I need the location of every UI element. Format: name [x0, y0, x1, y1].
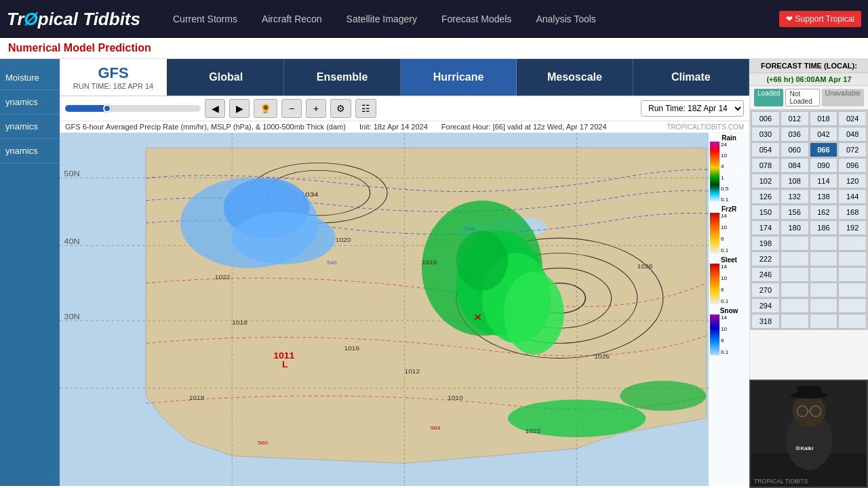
zoom-out-button[interactable]: − [281, 99, 302, 118]
time-cell-090[interactable]: 090 [810, 158, 838, 173]
rain-val-01: 0.1 [721, 197, 728, 203]
snow-val-14: 14 [721, 314, 728, 321]
webcam-overlay: ⊙Kalki TROPICAL TIDBITS [749, 380, 868, 486]
grid-button[interactable]: ☷ [355, 99, 376, 118]
time-cell-024[interactable]: 024 [838, 111, 867, 126]
time-cell-030[interactable]: 030 [751, 127, 780, 142]
time-cell-102[interactable]: 102 [751, 174, 780, 188]
time-cell-006[interactable]: 006 [751, 111, 780, 126]
run-time-select[interactable]: Run Time: 18Z Apr 14 [641, 100, 744, 117]
time-cell-150[interactable]: 150 [751, 205, 780, 220]
svg-text:1018: 1018 [189, 394, 205, 401]
time-cell-060[interactable]: 060 [781, 142, 809, 157]
svg-text:1010: 1010 [448, 394, 463, 401]
frzr-val-01: 0.1 [721, 247, 728, 253]
nav-forecast-models[interactable]: Forecast Models [436, 11, 517, 27]
progress-bar[interactable] [65, 105, 201, 112]
time-cell-162[interactable]: 162 [810, 205, 838, 220]
logo[interactable]: TrØpical Tidbits [7, 9, 140, 30]
time-cell-054[interactable]: 054 [751, 142, 780, 157]
time-cell-43 [838, 267, 867, 282]
svg-text:1012: 1012 [405, 367, 420, 374]
sidebar-item-dynamics1[interactable]: ynamics [0, 90, 60, 115]
sidebar-item-dynamics2[interactable]: ynamics [0, 115, 60, 139]
frzr-val-6: 6 [721, 236, 728, 242]
svg-point-29 [504, 272, 564, 354]
settings-button[interactable]: ⚙ [330, 99, 351, 118]
progress-handle[interactable] [103, 104, 111, 113]
time-cell-144[interactable]: 144 [838, 189, 867, 204]
time-cell-246[interactable]: 246 [751, 267, 780, 282]
time-cell-114[interactable]: 114 [810, 174, 838, 188]
time-cell-036[interactable]: 036 [781, 127, 809, 142]
snow-val-10: 10 [721, 326, 728, 332]
time-cell-018[interactable]: 018 [810, 111, 838, 126]
time-cell-120[interactable]: 120 [838, 174, 867, 188]
legend-snow: Snow 14 10 6 0.1 [709, 306, 749, 357]
time-cell-078[interactable]: 078 [751, 158, 780, 173]
time-cell-108[interactable]: 108 [781, 174, 809, 188]
nav-satellite-imagery[interactable]: Satellite Imagery [341, 11, 422, 27]
time-cell-180[interactable]: 180 [781, 220, 809, 235]
frzr-val-14: 14 [721, 213, 728, 219]
time-cell-132[interactable]: 132 [781, 189, 809, 204]
tab-hurricane[interactable]: Hurricane [401, 59, 517, 96]
animate-button[interactable]: 🌻 [254, 99, 277, 118]
rain-val-1: 1 [721, 175, 728, 181]
tab-climate[interactable]: Climate [633, 59, 749, 96]
time-cell-270[interactable]: 270 [751, 283, 780, 298]
header: TrØpical Tidbits Current Storms Aircraft… [0, 0, 868, 38]
time-cell-012[interactable]: 012 [781, 111, 809, 126]
time-cell-138[interactable]: 138 [810, 189, 838, 204]
rain-val-05: 0.5 [721, 186, 728, 192]
time-cell-066[interactable]: 066 [810, 142, 838, 157]
support-button[interactable]: ❤ Support Tropical [779, 11, 861, 27]
time-cell-186[interactable]: 186 [810, 220, 838, 235]
svg-text:⊙Kalki: ⊙Kalki [795, 445, 813, 451]
status-not-loaded: Not Loaded [785, 89, 819, 106]
time-cell-084[interactable]: 084 [781, 158, 809, 173]
time-cell-55 [838, 314, 867, 329]
time-cell-33 [781, 236, 809, 251]
svg-text:40N: 40N [64, 237, 79, 246]
nav-current-storms[interactable]: Current Storms [167, 11, 243, 27]
time-cell-156[interactable]: 156 [781, 205, 809, 220]
map-info-bar: GFS 6-hour Averaged Precip Rate (mm/hr),… [60, 121, 749, 133]
time-cell-042[interactable]: 042 [810, 127, 838, 142]
svg-text:L: L [282, 360, 288, 369]
tab-mesoscale[interactable]: Mesoscale [517, 59, 633, 96]
prev-button[interactable]: ◀ [205, 99, 225, 118]
time-cell-318[interactable]: 318 [751, 314, 780, 329]
sidebar-item-moisture[interactable]: Moisture [0, 66, 60, 90]
svg-text:1026: 1026 [594, 352, 610, 359]
time-cell-46 [810, 283, 838, 298]
tab-global[interactable]: Global [168, 59, 284, 96]
time-cell-072[interactable]: 072 [838, 142, 867, 157]
time-cell-222[interactable]: 222 [751, 251, 780, 266]
time-cell-294[interactable]: 294 [751, 298, 780, 313]
time-cell-168[interactable]: 168 [838, 205, 867, 220]
time-cell-126[interactable]: 126 [751, 189, 780, 204]
legend-sleet-title: Sleet [710, 256, 748, 264]
tab-ensemble[interactable]: Ensemble [284, 59, 400, 96]
play-button[interactable]: ▶ [229, 99, 250, 118]
time-grid: 0060120180240300360420480540600660720780… [750, 110, 868, 330]
time-cell-198[interactable]: 198 [751, 236, 780, 251]
svg-point-33 [620, 381, 706, 411]
legend-snow-title: Snow [710, 307, 748, 314]
svg-text:1011: 1011 [273, 350, 294, 360]
svg-text:1022: 1022 [525, 428, 540, 434]
sleet-val-6: 6 [721, 287, 728, 293]
time-cell-174[interactable]: 174 [751, 220, 780, 235]
zoom-in-button[interactable]: + [306, 99, 326, 118]
sidebar-item-dynamics3[interactable]: ynamics [0, 139, 60, 163]
legend-rain: Rain 24 10 4 1 0.5 0.1 [709, 133, 749, 204]
map-container[interactable]: 50N 40N 30N 1034 1011 L [60, 133, 749, 486]
sleet-val-10: 10 [721, 275, 728, 281]
nav-aircraft-recon[interactable]: Aircraft Recon [256, 11, 328, 27]
time-cell-048[interactable]: 048 [838, 127, 867, 142]
time-cell-096[interactable]: 096 [838, 158, 867, 173]
status-unavailable: Unavailable [822, 89, 864, 106]
nav-analysis-tools[interactable]: Analysis Tools [530, 11, 601, 27]
time-cell-192[interactable]: 192 [838, 220, 867, 235]
